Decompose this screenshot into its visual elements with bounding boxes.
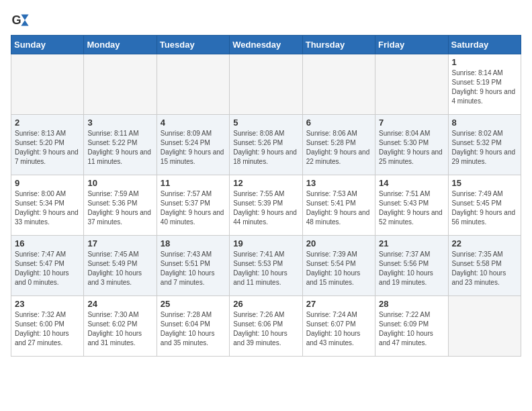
day-number: 24 <box>87 299 152 309</box>
day-number: 10 <box>87 178 152 188</box>
day-info: Sunrise: 7:32 AM Sunset: 6:00 PM Dayligh… <box>15 310 80 348</box>
day-cell: 27Sunrise: 7:24 AM Sunset: 6:07 PM Dayli… <box>302 296 375 357</box>
day-number: 17 <box>87 238 152 248</box>
day-number: 3 <box>87 118 152 128</box>
logo: G <box>11 11 32 30</box>
day-number: 8 <box>452 118 517 128</box>
day-info: Sunrise: 8:13 AM Sunset: 5:20 PM Dayligh… <box>15 129 80 167</box>
svg-marker-2 <box>21 15 28 26</box>
day-cell: 9Sunrise: 8:00 AM Sunset: 5:34 PM Daylig… <box>11 175 84 236</box>
header-wednesday: Wednesday <box>230 36 302 54</box>
day-number: 15 <box>452 178 517 188</box>
day-number: 19 <box>233 238 298 248</box>
header-monday: Monday <box>84 36 157 54</box>
day-number: 28 <box>379 299 444 309</box>
day-cell: 19Sunrise: 7:41 AM Sunset: 5:53 PM Dayli… <box>230 236 302 296</box>
day-info: Sunrise: 8:04 AM Sunset: 5:30 PM Dayligh… <box>379 129 444 167</box>
day-info: Sunrise: 7:37 AM Sunset: 5:56 PM Dayligh… <box>379 250 444 287</box>
day-number: 2 <box>15 118 80 128</box>
day-cell: 24Sunrise: 7:30 AM Sunset: 6:02 PM Dayli… <box>84 296 157 357</box>
day-number: 9 <box>15 178 80 188</box>
day-number: 23 <box>15 299 80 309</box>
day-number: 27 <box>306 299 371 309</box>
day-info: Sunrise: 7:47 AM Sunset: 5:47 PM Dayligh… <box>15 250 80 287</box>
day-cell: 4Sunrise: 8:09 AM Sunset: 5:24 PM Daylig… <box>157 115 229 175</box>
day-cell <box>302 54 375 115</box>
day-info: Sunrise: 7:22 AM Sunset: 6:09 PM Dayligh… <box>379 310 444 348</box>
day-info: Sunrise: 7:57 AM Sunset: 5:37 PM Dayligh… <box>161 189 226 227</box>
day-cell: 2Sunrise: 8:13 AM Sunset: 5:20 PM Daylig… <box>11 115 84 175</box>
day-number: 12 <box>233 178 298 188</box>
day-number: 14 <box>379 178 444 188</box>
day-info: Sunrise: 7:35 AM Sunset: 5:58 PM Dayligh… <box>452 250 517 287</box>
day-info: Sunrise: 7:28 AM Sunset: 6:04 PM Dayligh… <box>161 310 226 348</box>
svg-text:G: G <box>11 13 21 27</box>
day-number: 11 <box>161 178 226 188</box>
header-friday: Friday <box>375 36 448 54</box>
header-tuesday: Tuesday <box>157 36 229 54</box>
calendar: SundayMondayTuesdayWednesdayThursdayFrid… <box>11 35 521 357</box>
day-info: Sunrise: 7:53 AM Sunset: 5:41 PM Dayligh… <box>306 189 371 227</box>
header-row: SundayMondayTuesdayWednesdayThursdayFrid… <box>11 36 521 54</box>
day-cell: 11Sunrise: 7:57 AM Sunset: 5:37 PM Dayli… <box>157 175 229 236</box>
day-cell: 7Sunrise: 8:04 AM Sunset: 5:30 PM Daylig… <box>375 115 448 175</box>
day-info: Sunrise: 7:24 AM Sunset: 6:07 PM Dayligh… <box>306 310 371 348</box>
day-number: 22 <box>452 238 517 248</box>
day-number: 4 <box>161 118 226 128</box>
day-cell <box>230 54 302 115</box>
day-number: 16 <box>15 238 80 248</box>
day-cell <box>157 54 229 115</box>
day-info: Sunrise: 8:08 AM Sunset: 5:26 PM Dayligh… <box>233 129 298 167</box>
day-info: Sunrise: 8:00 AM Sunset: 5:34 PM Dayligh… <box>15 189 80 227</box>
day-number: 25 <box>161 299 226 309</box>
day-cell: 21Sunrise: 7:37 AM Sunset: 5:56 PM Dayli… <box>375 236 448 296</box>
day-cell: 28Sunrise: 7:22 AM Sunset: 6:09 PM Dayli… <box>375 296 448 357</box>
week-row-5: 23Sunrise: 7:32 AM Sunset: 6:00 PM Dayli… <box>11 296 521 357</box>
week-row-2: 2Sunrise: 8:13 AM Sunset: 5:20 PM Daylig… <box>11 115 521 175</box>
day-info: Sunrise: 7:49 AM Sunset: 5:45 PM Dayligh… <box>452 189 517 227</box>
day-info: Sunrise: 7:41 AM Sunset: 5:53 PM Dayligh… <box>233 250 298 287</box>
day-info: Sunrise: 7:55 AM Sunset: 5:39 PM Dayligh… <box>233 189 298 227</box>
day-number: 6 <box>306 118 371 128</box>
day-info: Sunrise: 7:51 AM Sunset: 5:43 PM Dayligh… <box>379 189 444 227</box>
day-number: 5 <box>233 118 298 128</box>
day-number: 1 <box>452 57 517 67</box>
day-cell: 13Sunrise: 7:53 AM Sunset: 5:41 PM Dayli… <box>302 175 375 236</box>
day-cell: 3Sunrise: 8:11 AM Sunset: 5:22 PM Daylig… <box>84 115 157 175</box>
day-cell <box>375 54 448 115</box>
day-cell: 1Sunrise: 8:14 AM Sunset: 5:19 PM Daylig… <box>448 54 521 115</box>
day-number: 20 <box>306 238 371 248</box>
header: G <box>11 11 521 30</box>
day-cell <box>84 54 157 115</box>
day-cell <box>11 54 84 115</box>
day-cell: 6Sunrise: 8:06 AM Sunset: 5:28 PM Daylig… <box>302 115 375 175</box>
day-cell: 15Sunrise: 7:49 AM Sunset: 5:45 PM Dayli… <box>448 175 521 236</box>
day-info: Sunrise: 7:30 AM Sunset: 6:02 PM Dayligh… <box>87 310 152 348</box>
day-cell: 10Sunrise: 7:59 AM Sunset: 5:36 PM Dayli… <box>84 175 157 236</box>
day-info: Sunrise: 7:26 AM Sunset: 6:06 PM Dayligh… <box>233 310 298 348</box>
day-number: 18 <box>161 238 226 248</box>
day-cell: 12Sunrise: 7:55 AM Sunset: 5:39 PM Dayli… <box>230 175 302 236</box>
day-cell: 5Sunrise: 8:08 AM Sunset: 5:26 PM Daylig… <box>230 115 302 175</box>
day-number: 7 <box>379 118 444 128</box>
day-info: Sunrise: 7:43 AM Sunset: 5:51 PM Dayligh… <box>161 250 226 287</box>
header-sunday: Sunday <box>11 36 84 54</box>
day-info: Sunrise: 8:11 AM Sunset: 5:22 PM Dayligh… <box>87 129 152 167</box>
week-row-1: 1Sunrise: 8:14 AM Sunset: 5:19 PM Daylig… <box>11 54 521 115</box>
day-cell: 14Sunrise: 7:51 AM Sunset: 5:43 PM Dayli… <box>375 175 448 236</box>
day-cell: 17Sunrise: 7:45 AM Sunset: 5:49 PM Dayli… <box>84 236 157 296</box>
day-cell: 25Sunrise: 7:28 AM Sunset: 6:04 PM Dayli… <box>157 296 229 357</box>
week-row-3: 9Sunrise: 8:00 AM Sunset: 5:34 PM Daylig… <box>11 175 521 236</box>
day-cell <box>448 296 521 357</box>
day-cell: 16Sunrise: 7:47 AM Sunset: 5:47 PM Dayli… <box>11 236 84 296</box>
day-cell: 22Sunrise: 7:35 AM Sunset: 5:58 PM Dayli… <box>448 236 521 296</box>
day-cell: 18Sunrise: 7:43 AM Sunset: 5:51 PM Dayli… <box>157 236 229 296</box>
day-cell: 23Sunrise: 7:32 AM Sunset: 6:00 PM Dayli… <box>11 296 84 357</box>
day-info: Sunrise: 7:59 AM Sunset: 5:36 PM Dayligh… <box>87 189 152 227</box>
day-info: Sunrise: 7:39 AM Sunset: 5:54 PM Dayligh… <box>306 250 371 287</box>
day-info: Sunrise: 8:09 AM Sunset: 5:24 PM Dayligh… <box>161 129 226 167</box>
day-cell: 8Sunrise: 8:02 AM Sunset: 5:32 PM Daylig… <box>448 115 521 175</box>
day-number: 13 <box>306 178 371 188</box>
day-cell: 20Sunrise: 7:39 AM Sunset: 5:54 PM Dayli… <box>302 236 375 296</box>
day-number: 26 <box>233 299 298 309</box>
